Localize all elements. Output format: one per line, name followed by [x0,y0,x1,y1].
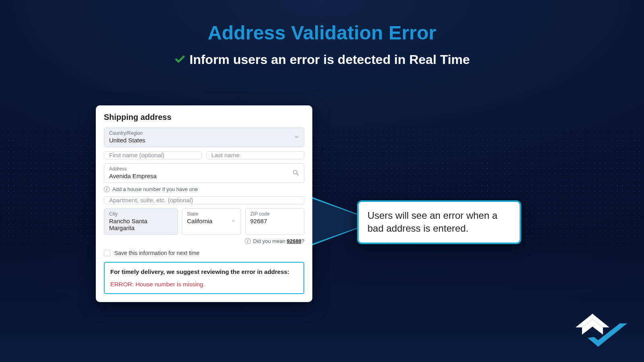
svg-marker-3 [312,197,357,215]
address-value: Avenida Empresa [104,172,304,183]
error-panel: For timely delivery, we suggest reviewin… [104,262,304,294]
svg-marker-4 [312,228,357,245]
check-icon [174,53,186,68]
apartment-field[interactable]: Apartment, suite, etc. (optional) [104,196,304,204]
apartment-placeholder: Apartment, suite, etc. (optional) [104,191,198,209]
page-subtitle: Inform users an error is detected in Rea… [190,52,470,67]
save-info-label: Save this information for next time [114,250,200,256]
form-heading: Shipping address [104,113,304,122]
last-name-field[interactable]: Last name [206,151,304,159]
zip-label: ZIP code [246,209,304,217]
explanation-callout: Users will see an error when a bad addre… [357,200,521,244]
country-select[interactable]: Country/Region United States [104,128,304,147]
city-label: City [104,209,178,217]
info-icon: i [245,238,251,244]
last-name-placeholder: Last name [206,146,244,164]
svg-marker-2 [312,197,357,245]
callout-connector [312,197,357,245]
page-title: Address Validation Error [0,22,644,44]
country-value: United States [104,136,304,147]
zip-field[interactable]: ZIP code 92687 [245,208,304,235]
search-icon [292,169,299,177]
first-name-placeholder: First name (optional) [104,146,169,164]
callout-text: Users will see an error when a bad addre… [367,210,497,234]
error-panel-title: For timely delivery, we suggest reviewin… [110,268,298,275]
chevron-down-icon [231,219,236,225]
page-subtitle-row: Inform users an error is detected in Rea… [0,52,644,68]
address-label: Address [104,164,304,172]
zip-hint-prefix: Did you mean [253,238,287,244]
chevron-down-icon [294,134,299,140]
error-panel-message: ERROR: House number is missing. [110,281,298,288]
state-label: State [182,209,241,217]
shipping-form-card: Shipping address Country/Region United S… [96,105,312,302]
zip-hint-suffix: ? [301,238,304,244]
svg-line-1 [297,173,298,175]
save-info-row[interactable]: Save this information for next time [104,250,304,256]
save-info-checkbox[interactable] [104,250,110,256]
first-name-field[interactable]: First name (optional) [104,151,202,159]
zip-value: 92687 [246,217,304,228]
address-field[interactable]: Address Avenida Empresa [104,163,304,183]
zip-suggestion-hint[interactable]: i Did you mean 92688? [104,238,304,244]
country-label: Country/Region [104,128,304,136]
city-field[interactable]: City Rancho Santa Margarita [104,208,178,235]
state-select[interactable]: State California [182,208,241,235]
city-value: Rancho Santa Margarita [104,217,178,234]
zip-suggestion-value: 92688 [287,238,301,244]
brand-logo-icon [559,306,628,351]
